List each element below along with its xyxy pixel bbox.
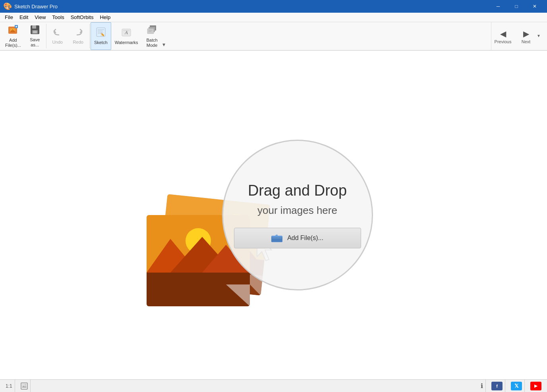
image-icon: [21, 382, 28, 390]
window-controls: ─ □ ✕: [489, 0, 544, 13]
watermarks-button[interactable]: A Watermarks: [111, 22, 142, 50]
sketch-icon: [95, 27, 106, 39]
previous-button[interactable]: ◀ Previous: [491, 22, 514, 51]
toolbar-expand-button[interactable]: ▾: [162, 22, 165, 50]
titlebar: 🎨 Sketch Drawer Pro ─ □ ✕: [0, 0, 547, 13]
folder-icon: [271, 233, 282, 243]
save-icon: [30, 25, 40, 37]
batch-mode-button[interactable]: Batch Mode: [142, 22, 162, 50]
nav-buttons: ◀ Previous ▶ Next ▾: [491, 22, 544, 51]
menu-file[interactable]: File: [2, 13, 16, 21]
youtube-section[interactable]: ▶: [528, 380, 544, 392]
separator-2: [89, 24, 90, 48]
redo-icon: [73, 27, 83, 39]
undo-button[interactable]: Undo: [47, 22, 68, 50]
image-mode-section: [18, 380, 31, 392]
close-button[interactable]: ✕: [526, 0, 544, 13]
facebook-icon[interactable]: f: [491, 382, 503, 390]
svg-point-51: [25, 384, 26, 386]
add-files-icon: [8, 24, 19, 37]
undo-icon: [52, 27, 63, 39]
batch-mode-label: Batch Mode: [147, 38, 158, 48]
add-files-button-main[interactable]: Add File(s)...: [234, 228, 361, 248]
twitter-icon[interactable]: 𝕏: [511, 382, 522, 390]
facebook-section[interactable]: f: [489, 380, 505, 392]
chevron-down-icon: ▾: [162, 41, 165, 48]
menu-softorbits[interactable]: SoftOrbits: [68, 13, 97, 21]
menu-help[interactable]: Help: [97, 13, 114, 21]
undo-label: Undo: [52, 40, 63, 45]
drop-circle[interactable]: Drag and Drop your images here Add File(…: [222, 140, 373, 290]
menubar: File Edit View Tools SoftOrbits Help: [0, 13, 547, 22]
svg-rect-8: [32, 25, 36, 29]
info-icon: ℹ: [481, 382, 483, 390]
toolbar: Add File(s)... Save as... Undo: [0, 22, 547, 51]
main-area: Drag and Drop your images here Add File(…: [0, 51, 547, 379]
sketch-button[interactable]: Sketch: [91, 22, 111, 50]
menu-view[interactable]: View: [31, 13, 49, 21]
svg-rect-10: [33, 31, 37, 33]
previous-arrow-icon: ◀: [500, 29, 506, 38]
add-files-button[interactable]: Add File(s)...: [2, 22, 25, 50]
twitter-section[interactable]: 𝕏: [508, 380, 525, 392]
redo-button[interactable]: Redo: [68, 22, 89, 50]
batch-mode-icon: [147, 24, 158, 37]
maximize-button[interactable]: □: [507, 0, 526, 13]
statusbar: 1:1 ℹ f 𝕏 ▶: [0, 379, 547, 392]
next-label: Next: [522, 39, 531, 44]
add-files-label: Add File(s)...: [5, 38, 21, 48]
watermarks-icon: A: [121, 27, 132, 39]
drag-drop-text: Drag and Drop: [248, 182, 347, 200]
next-arrow-icon: ▶: [523, 29, 529, 38]
dropzone-area[interactable]: Drag and Drop your images here Add File(…: [115, 112, 433, 318]
save-as-button[interactable]: Save as...: [25, 22, 45, 50]
zoom-label: 1:1: [6, 383, 12, 389]
menu-tools[interactable]: Tools: [49, 13, 67, 21]
zoom-section: 1:1: [3, 380, 15, 392]
redo-label: Redo: [73, 40, 83, 45]
sketch-label: Sketch: [94, 40, 108, 45]
your-images-text: your images here: [257, 204, 337, 217]
minimize-button[interactable]: ─: [489, 0, 507, 13]
save-as-label: Save as...: [30, 37, 40, 48]
add-files-btn-label: Add File(s)...: [287, 234, 323, 242]
nav-expand-icon[interactable]: ▾: [537, 33, 544, 40]
next-button[interactable]: ▶ Next: [514, 22, 537, 51]
previous-label: Previous: [495, 39, 512, 44]
info-section: ℹ: [478, 380, 486, 392]
app-icon: 🎨: [3, 2, 12, 11]
youtube-icon[interactable]: ▶: [530, 382, 541, 390]
watermarks-label: Watermarks: [115, 40, 138, 45]
separator-1: [46, 24, 46, 48]
app-title: Sketch Drawer Pro: [14, 4, 58, 10]
svg-rect-47: [272, 237, 282, 238]
menu-edit[interactable]: Edit: [16, 13, 31, 21]
